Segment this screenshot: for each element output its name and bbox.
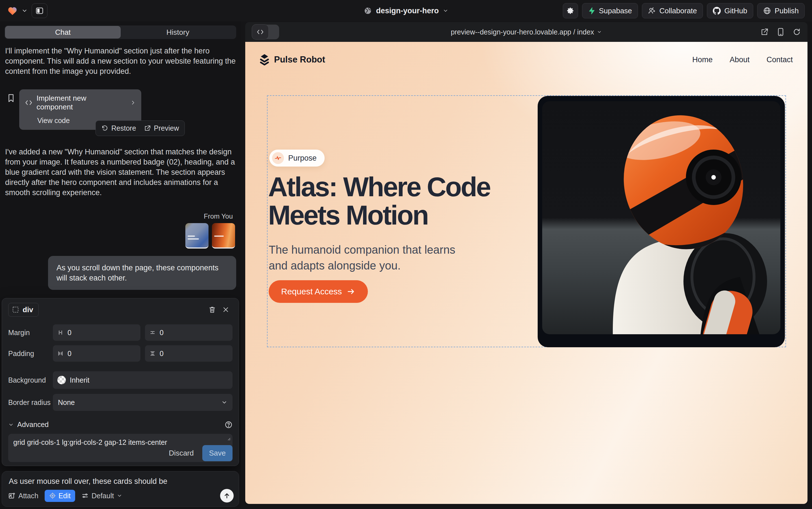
hero-robot-card bbox=[538, 96, 785, 347]
transparency-swatch bbox=[58, 376, 66, 384]
github-button[interactable]: GitHub bbox=[707, 3, 753, 19]
padding-vertical-icon bbox=[149, 350, 156, 357]
preview-toolbar: preview--design-your-hero.lovable.app / … bbox=[245, 22, 808, 42]
publish-button[interactable]: Publish bbox=[757, 3, 805, 19]
code-icon bbox=[257, 29, 264, 35]
delete-element-button[interactable] bbox=[206, 303, 219, 316]
user-message-bubble: As you scroll down the page, these compo… bbox=[48, 256, 236, 290]
selected-hero-section[interactable]: Purpose Atlas: Where Code Meets Motion T… bbox=[267, 95, 786, 347]
chevron-down-icon[interactable] bbox=[22, 8, 28, 14]
composer-input[interactable]: As user mouse roll over, these cards sho… bbox=[9, 477, 232, 486]
implement-component-card[interactable]: Implement new component View code Restor… bbox=[19, 89, 141, 130]
sliders-icon bbox=[81, 492, 89, 499]
attachment-thumbnail-orange[interactable] bbox=[212, 223, 235, 248]
nav-link-home[interactable]: Home bbox=[692, 56, 712, 64]
from-you-label: From You bbox=[0, 212, 233, 220]
publish-label: Publish bbox=[775, 6, 799, 15]
sidebar-toggle-button[interactable] bbox=[32, 3, 47, 18]
github-label: GitHub bbox=[725, 6, 747, 15]
lovable-heart-logo[interactable] bbox=[7, 6, 17, 15]
margin-horizontal-icon bbox=[58, 330, 64, 336]
hero-heading: Atlas: Where Code Meets Motion bbox=[268, 173, 490, 229]
margin-label: Margin bbox=[8, 329, 53, 337]
version-actions: Restore Preview bbox=[96, 121, 185, 136]
margin-y-input[interactable]: 0 bbox=[145, 324, 232, 341]
project-name: design-your-hero bbox=[376, 6, 439, 15]
preview-pane: preview--design-your-hero.lovable.app / … bbox=[245, 22, 808, 504]
attachment-thumbnail-blue[interactable] bbox=[185, 223, 209, 248]
nav-link-about[interactable]: About bbox=[730, 56, 749, 64]
gear-icon bbox=[566, 7, 575, 15]
bookmark-icon[interactable] bbox=[7, 94, 15, 102]
chevron-down-icon bbox=[8, 422, 14, 428]
chevron-down-icon bbox=[597, 29, 602, 34]
restore-button[interactable]: Restore bbox=[102, 124, 136, 132]
close-inspector-button[interactable] bbox=[219, 303, 232, 316]
margin-x-input[interactable]: 0 bbox=[53, 324, 140, 341]
chevron-down-icon bbox=[117, 493, 122, 499]
collaborate-label: Collaborate bbox=[659, 6, 697, 15]
code-preview-toggle[interactable] bbox=[252, 25, 279, 39]
padding-x-input[interactable]: 0 bbox=[53, 345, 140, 362]
code-icon bbox=[25, 99, 33, 106]
chevron-down-icon bbox=[443, 8, 448, 13]
padding-y-input[interactable]: 0 bbox=[145, 345, 232, 362]
site-brand[interactable]: Pulse Robot bbox=[259, 54, 325, 66]
help-icon bbox=[225, 421, 232, 429]
nav-link-contact[interactable]: Contact bbox=[767, 56, 793, 64]
tab-chat[interactable]: Chat bbox=[5, 26, 120, 38]
arrow-up-icon bbox=[223, 492, 230, 499]
margin-vertical-icon bbox=[149, 330, 156, 336]
edit-mode-button[interactable]: Edit bbox=[45, 490, 75, 502]
collaborate-button[interactable]: Collaborate bbox=[642, 3, 703, 19]
restore-icon bbox=[102, 125, 108, 132]
supabase-icon bbox=[588, 7, 595, 14]
attach-button[interactable]: Attach bbox=[8, 492, 38, 500]
background-label: Background bbox=[8, 376, 53, 384]
preview-button[interactable]: Preview bbox=[144, 124, 179, 132]
github-icon bbox=[713, 7, 721, 15]
chat-panel: Chat History I'll implement the "Why Hum… bbox=[0, 22, 241, 509]
model-mode-select[interactable]: Default bbox=[81, 492, 122, 500]
layers-logo-icon bbox=[259, 54, 270, 66]
chat-history-tabs: Chat History bbox=[4, 26, 236, 39]
app-topbar: design-your-hero Supabase Collaborate Gi… bbox=[0, 0, 812, 22]
purpose-badge: Purpose bbox=[269, 149, 325, 167]
advanced-label[interactable]: Advanced bbox=[17, 420, 48, 429]
tab-history[interactable]: History bbox=[120, 26, 235, 38]
site-navbar: Pulse Robot Home About Contact bbox=[259, 54, 793, 66]
supabase-button[interactable]: Supabase bbox=[582, 3, 638, 19]
border-radius-label: Border radius bbox=[8, 399, 53, 407]
request-access-button[interactable]: Request Access bbox=[269, 280, 368, 303]
chat-composer[interactable]: As user mouse roll over, these cards sho… bbox=[2, 471, 239, 507]
assistant-message-1: I'll implement the "Why Humanoid" sectio… bbox=[5, 46, 236, 76]
external-link-icon bbox=[144, 125, 151, 132]
save-button[interactable]: Save bbox=[202, 445, 232, 461]
padding-horizontal-icon bbox=[58, 350, 64, 357]
assistant-message-2: I've added a new "Why Humanoid" section … bbox=[5, 147, 236, 198]
element-inspector-panel: div Margin 0 0 bbox=[2, 298, 239, 466]
dashed-box-icon bbox=[12, 306, 19, 313]
send-button[interactable] bbox=[220, 489, 234, 503]
implement-card-title: Implement new component bbox=[36, 94, 122, 111]
discard-button[interactable]: Discard bbox=[169, 449, 194, 457]
preview-url[interactable]: preview--design-your-hero.lovable.app / … bbox=[451, 28, 602, 36]
target-icon bbox=[49, 492, 56, 499]
site-canvas: Pulse Robot Home About Contact Purpose A… bbox=[245, 42, 808, 504]
border-radius-select[interactable]: None bbox=[53, 394, 232, 411]
selected-element-pill[interactable]: div bbox=[8, 303, 39, 317]
supabase-label: Supabase bbox=[599, 6, 632, 15]
collaborate-icon bbox=[648, 7, 656, 15]
mobile-view-button[interactable] bbox=[777, 28, 784, 36]
arrow-right-icon bbox=[347, 288, 356, 295]
hero-subtitle: The humanoid companion that learns and a… bbox=[269, 242, 467, 273]
pulse-icon bbox=[272, 152, 284, 164]
background-input[interactable]: Inherit bbox=[53, 371, 232, 389]
refresh-button[interactable] bbox=[793, 28, 801, 36]
chevron-down-icon bbox=[221, 399, 227, 406]
attach-image-icon bbox=[8, 492, 15, 499]
project-switcher[interactable]: design-your-hero bbox=[364, 0, 448, 22]
settings-button[interactable] bbox=[563, 3, 578, 19]
padding-label: Padding bbox=[8, 349, 53, 358]
open-in-new-tab-button[interactable] bbox=[761, 28, 769, 36]
